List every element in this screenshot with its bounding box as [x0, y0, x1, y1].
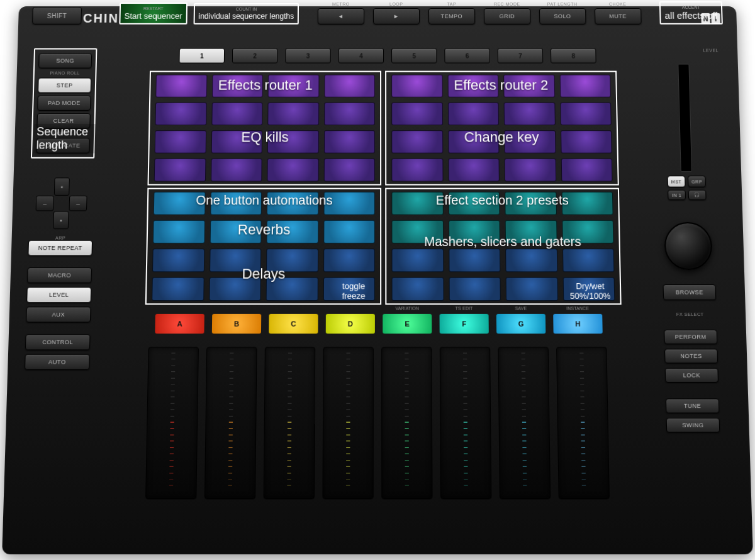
group-button-f[interactable]: F — [440, 314, 489, 333]
pad[interactable] — [210, 249, 262, 272]
pad[interactable] — [323, 159, 375, 182]
pad[interactable] — [391, 249, 443, 272]
pad[interactable] — [391, 103, 442, 125]
touch-strip-6[interactable] — [440, 347, 492, 499]
pad[interactable] — [560, 103, 612, 125]
swing-button[interactable]: SWING — [666, 418, 720, 432]
pad[interactable] — [267, 130, 319, 153]
pad[interactable] — [391, 159, 443, 182]
touch-strip-7[interactable] — [498, 347, 551, 499]
notes-button[interactable]: NOTES — [664, 349, 718, 363]
pad[interactable] — [153, 220, 205, 244]
pad[interactable] — [323, 249, 375, 272]
mst-button[interactable]: MST — [668, 176, 686, 187]
tune-button[interactable]: TUNE — [666, 398, 719, 413]
pad[interactable] — [323, 220, 375, 244]
pad[interactable] — [504, 130, 556, 153]
dpad-right[interactable]: – — [69, 196, 87, 211]
grp-button[interactable]: GRP — [688, 176, 706, 187]
pad[interactable] — [267, 103, 319, 125]
start-sequencer-box[interactable]: RESTART Start sequencer — [119, 3, 187, 25]
pad[interactable] — [505, 220, 557, 244]
pad[interactable] — [211, 75, 262, 98]
scene-button-2[interactable]: 2 — [232, 48, 278, 64]
pad[interactable] — [448, 130, 500, 153]
pad[interactable] — [267, 159, 318, 182]
touch-strip-3[interactable] — [264, 347, 316, 499]
pad[interactable] — [154, 192, 205, 215]
pad[interactable] — [392, 277, 444, 301]
touch-strip-1[interactable] — [145, 347, 199, 499]
pad[interactable] — [449, 249, 501, 272]
scene-button-7[interactable]: 7 — [498, 48, 544, 64]
note-repeat-button[interactable]: NOTE REPEAT — [28, 240, 92, 256]
pad[interactable] — [323, 277, 375, 301]
pad[interactable] — [267, 192, 318, 215]
group-button-c[interactable]: C — [269, 314, 318, 333]
individual-sequencer-lengths-box[interactable]: COUNT IN individual sequencer lengths — [193, 3, 299, 25]
pad[interactable] — [391, 75, 442, 98]
pad[interactable] — [211, 159, 262, 182]
pad[interactable] — [266, 220, 318, 244]
pad[interactable] — [447, 103, 499, 125]
auto-button[interactable]: AUTO — [25, 354, 90, 370]
touch-strip-8[interactable] — [556, 347, 610, 499]
lock-button[interactable]: LOCK — [665, 368, 719, 383]
dpad-down[interactable]: ▪ — [53, 211, 69, 229]
pad[interactable] — [391, 220, 443, 244]
pad[interactable] — [154, 159, 206, 182]
pad[interactable] — [562, 249, 614, 272]
pad[interactable] — [210, 220, 262, 244]
pad[interactable] — [155, 75, 207, 98]
control-button[interactable]: CONTROL — [25, 334, 91, 350]
group-button-d[interactable]: D — [326, 314, 375, 333]
dpad-left[interactable]: – — [36, 196, 54, 211]
pad[interactable] — [448, 159, 500, 182]
pad[interactable] — [391, 130, 443, 153]
pad[interactable] — [268, 75, 319, 98]
dpad-up[interactable]: ▪ — [54, 177, 70, 196]
pad[interactable] — [561, 130, 612, 153]
pad[interactable] — [152, 249, 204, 272]
pad[interactable] — [210, 192, 262, 215]
pad[interactable] — [562, 220, 614, 244]
pad[interactable] — [505, 249, 557, 272]
pad[interactable] — [155, 130, 206, 153]
pad[interactable] — [448, 192, 500, 215]
scene-button-6[interactable]: 6 — [444, 48, 489, 64]
pad[interactable] — [266, 277, 318, 301]
pad-mode-button[interactable]: PAD MODE — [37, 96, 91, 111]
bottom-button-tempo[interactable]: TEMPO — [428, 8, 475, 25]
encoder-knob[interactable] — [664, 222, 713, 270]
pad[interactable] — [504, 103, 556, 125]
all-effects-off-box[interactable]: ACCENT all effects off — [659, 1, 723, 25]
group-button-a[interactable]: A — [155, 314, 204, 333]
pad[interactable] — [209, 277, 261, 301]
scene-button-1[interactable]: 1 — [179, 48, 225, 64]
pad[interactable] — [503, 75, 555, 98]
pad[interactable] — [559, 75, 611, 98]
shift-button[interactable]: SHIFT — [32, 7, 82, 25]
perform-button[interactable]: PERFORM — [664, 330, 717, 344]
bottom-button-►[interactable]: ► — [373, 8, 420, 25]
pad[interactable] — [323, 130, 375, 153]
macro-button[interactable]: MACRO — [27, 267, 92, 283]
pad[interactable] — [324, 103, 375, 125]
pad[interactable] — [449, 277, 501, 301]
pad[interactable] — [449, 220, 500, 244]
bottom-button-grid[interactable]: GRID — [484, 8, 530, 25]
step-button[interactable]: STEP — [38, 78, 91, 93]
pad[interactable] — [211, 103, 263, 125]
pad[interactable] — [561, 159, 612, 182]
touch-strip-5[interactable] — [381, 347, 432, 499]
pad[interactable] — [506, 277, 558, 301]
song-button[interactable]: SONG — [38, 53, 92, 69]
in1-button[interactable]: IN 1 — [668, 190, 686, 200]
group-button-h[interactable]: H — [553, 314, 603, 333]
touch-strip-4[interactable] — [322, 347, 373, 499]
pad[interactable] — [391, 192, 443, 215]
pad[interactable] — [155, 103, 206, 125]
pad[interactable] — [266, 249, 318, 272]
pad[interactable] — [505, 192, 556, 215]
aux-button[interactable]: AUX — [26, 306, 91, 322]
